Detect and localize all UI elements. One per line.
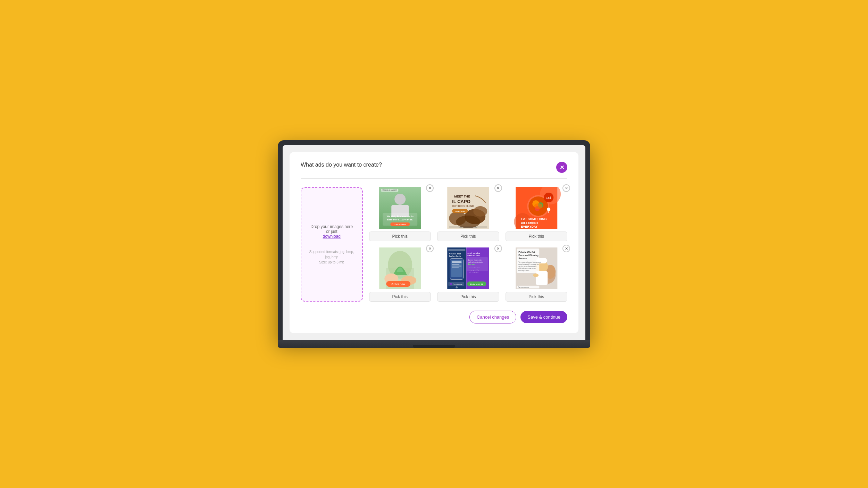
laptop-wrapper: What ads do you want to create? ✕ ✕ [278,140,590,348]
close-icon: ✕ [560,164,564,171]
ad-image-1: We Help Businesses to Earn More. 100% Fr… [369,187,431,229]
svg-point-38 [547,208,550,211]
cancel-changes-button[interactable]: Cancel changes [469,311,516,323]
action-area: Cancel changes Save & continue [437,308,567,323]
svg-point-32 [534,203,542,209]
svg-text:traffic to your: traffic to your [467,254,480,256]
laptop-base [278,340,590,348]
svg-text:SOUTHWOODSIDE.CO.UK: SOUTHWOODSIDE.CO.UK [459,226,477,228]
pick-button-3[interactable]: Pick this [506,232,568,241]
svg-text:Achieve Your: Achieve Your [449,253,461,255]
ad-image-wrapper-6: ✕ [506,247,568,289]
svg-rect-77 [536,271,548,285]
svg-text:Get started: Get started [394,224,406,226]
svg-text:• Family Parties: • Family Parties [518,270,529,271]
svg-text:leads with a dedicated: leads with a dedicated [468,261,483,263]
modal-header: What ads do you want to create? ✕ [301,162,567,179]
svg-point-80 [533,274,539,277]
svg-point-70 [450,283,452,285]
svg-rect-56 [452,267,459,268]
svg-text:EAT SOMETHING: EAT SOMETHING [521,217,546,221]
svg-text:IL CAPO: IL CAPO [452,199,470,204]
upload-dropzone[interactable]: Drop your images here or just download S… [301,187,363,302]
ad-remove-button-3[interactable]: ✕ [562,184,570,192]
svg-text:• auto campaigns: • auto campaigns [468,271,478,273]
svg-rect-54 [452,264,459,265]
ad-image-4: Order now [369,247,431,289]
modal-container: What ads do you want to create? ✕ ✕ [290,152,578,333]
ad-card-4: ✕ [369,247,431,302]
dropzone-download-link[interactable]: download [323,234,341,239]
ad-image-5: Achieve Your Perfect Smile [437,247,499,289]
svg-text:Shop now: Shop now [455,210,465,212]
svg-text:MEET THE: MEET THE [454,195,470,198]
svg-rect-53 [452,261,461,263]
svg-text:We Help Businesses to: We Help Businesses to [386,215,413,218]
ad-image-wrapper-2: ✕ MEET THE IL CAPO [437,187,499,229]
svg-point-57 [456,286,458,288]
dropzone-card: Drop your images here or just download S… [301,187,363,302]
dropzone-text-label: Drop your images here or just [310,224,353,234]
ad-remove-button-5[interactable]: ✕ [494,245,502,252]
svg-text:Personal Dinning: Personal Dinning [518,254,539,257]
svg-rect-48 [448,249,465,251]
pick-button-1[interactable]: Pick this [369,232,431,241]
svg-rect-55 [452,266,461,267]
svg-text:Private Chef &: Private Chef & [518,251,535,253]
save-continue-button[interactable]: Save & continue [520,311,567,323]
ad-image-wrapper-3: ✕ [506,187,568,229]
ad-card-6: ✕ [506,247,568,302]
svg-text:• campaign setting: • campaign setting [468,269,479,271]
svg-text:CARLISLE & WEST: CARLISLE & WEST [382,189,397,191]
dropzone-supported-text: Supported formats: jpg, bmp, jpg, bmp [309,250,354,259]
ad-card-5: ✕ Achieve Your Perfect Smile [437,247,499,302]
svg-text:Service: Service [518,257,527,260]
dropzone-size-text: Size: up to 3 mb [319,260,344,264]
dropzone-main-text: Drop your images here or just download [308,224,355,239]
ad-image-2: MEET THE IL CAPO OUR BOSS BLEND → Shop n… [437,187,499,229]
svg-point-2 [394,194,406,205]
ad-card-2: ✕ MEET THE IL CAPO [437,187,499,241]
svg-text:Earn More. 100% Free.: Earn More. 100% Free. [387,218,413,221]
ad-card-1: ✕ [369,187,431,241]
svg-text:Build with AI: Build with AI [470,283,483,285]
pick-button-2[interactable]: Pick this [437,232,499,241]
dropzone-subtext: Supported formats: jpg, bmp, jpg, bmp Si… [308,249,355,265]
pick-button-5[interactable]: Pick this [437,292,499,302]
ad-image-6: Private Chef & Personal Dinning Service … [506,247,568,289]
svg-text:Order now: Order now [391,283,406,286]
ads-grid: ✕ [301,187,567,323]
svg-text:DIFFERENT: DIFFERENT [521,221,539,225]
svg-text:email sending: email sending [467,252,480,254]
laptop-screen: What ads do you want to create? ✕ ✕ [283,145,585,340]
modal-title: What ads do you want to create? [301,162,382,168]
ad-remove-button-6[interactable]: ✕ [562,245,570,252]
svg-text:Blog page: Blog page [468,263,475,265]
pick-button-4[interactable]: Pick this [369,292,431,302]
ad-image-wrapper-5: ✕ Achieve Your Perfect Smile [437,247,499,289]
svg-text:15$: 15$ [546,196,551,200]
svg-text:• Birthdays/anniversaries: • Birthdays/anniversaries [518,268,536,269]
svg-text:service when Napa meets: service when Napa meets [518,266,537,267]
close-button[interactable]: ✕ [556,162,567,173]
svg-text:📞 445-345-0044: 📞 445-345-0044 [518,286,529,288]
pick-button-6[interactable]: Pick this [506,292,568,302]
laptop-screen-border: What ads do you want to create? ✕ ✕ [278,140,590,340]
svg-text:• 3 connection items: • 3 connection items [468,267,480,269]
svg-text:experiences with our catering: experiences with our catering [518,263,539,265]
svg-text:OUR BOSS BLEND: OUR BOSS BLEND [452,205,474,207]
ad-image-wrapper-4: ✕ [369,247,431,289]
ad-card-3: ✕ [506,187,568,241]
svg-text:SomeName: SomeName [453,283,462,285]
ad-image-3: 15$ EAT SOMETHING DIFFERENT EVERYDAY [506,187,568,229]
svg-text:Convert visitors into: Convert visitors into [468,259,482,261]
svg-text:Turn your getaways into gourme: Turn your getaways into gourmet [518,261,541,263]
ad-image-wrapper-1: ✕ [369,187,431,229]
svg-point-15 [473,206,487,217]
svg-text:Perfect Smile: Perfect Smile [449,255,461,257]
svg-text:→: → [481,203,482,205]
ad-remove-button-2[interactable]: ✕ [494,184,502,192]
ad-remove-button-4[interactable]: ✕ [426,245,434,252]
svg-text:EVERYDAY: EVERYDAY [521,225,537,228]
ad-remove-button-1[interactable]: ✕ [426,184,434,192]
